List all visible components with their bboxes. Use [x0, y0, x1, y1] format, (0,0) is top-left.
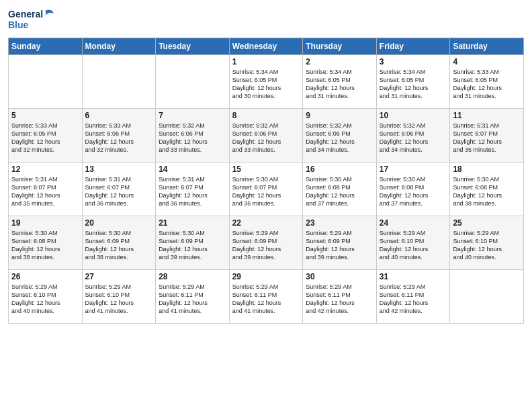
calendar-cell	[156, 55, 230, 109]
page: GeneralBlue SundayMondayTuesdayWednesday…	[0, 0, 532, 411]
calendar-cell: 23Sunrise: 5:29 AM Sunset: 6:09 PM Dayli…	[303, 216, 377, 270]
day-number: 2	[306, 57, 373, 66]
day-number: 23	[306, 218, 373, 228]
day-number: 18	[453, 165, 521, 174]
day-info: Sunrise: 5:30 AM Sunset: 6:08 PM Dayligh…	[306, 175, 373, 208]
day-number: 8	[232, 111, 300, 120]
calendar-cell: 15Sunrise: 5:30 AM Sunset: 6:07 PM Dayli…	[229, 163, 303, 216]
day-number: 4	[453, 57, 521, 66]
day-info: Sunrise: 5:29 AM Sunset: 6:10 PM Dayligh…	[380, 229, 447, 262]
calendar-cell: 16Sunrise: 5:30 AM Sunset: 6:08 PM Dayli…	[303, 163, 377, 216]
calendar-cell: 27Sunrise: 5:29 AM Sunset: 6:10 PM Dayli…	[82, 270, 156, 324]
calendar-cell	[450, 270, 524, 324]
day-info: Sunrise: 5:29 AM Sunset: 6:11 PM Dayligh…	[380, 283, 447, 316]
calendar-cell: 17Sunrise: 5:30 AM Sunset: 6:08 PM Dayli…	[376, 163, 450, 216]
day-number: 16	[306, 165, 373, 174]
day-info: Sunrise: 5:31 AM Sunset: 6:07 PM Dayligh…	[11, 175, 79, 208]
day-number: 1	[232, 57, 300, 66]
day-number: 13	[85, 165, 153, 174]
calendar-cell: 30Sunrise: 5:29 AM Sunset: 6:11 PM Dayli…	[303, 270, 377, 324]
calendar-cell: 5Sunrise: 5:33 AM Sunset: 6:05 PM Daylig…	[9, 109, 83, 163]
calendar-week-row: 26Sunrise: 5:29 AM Sunset: 6:10 PM Dayli…	[9, 270, 524, 324]
calendar-cell: 12Sunrise: 5:31 AM Sunset: 6:07 PM Dayli…	[9, 163, 83, 216]
svg-text:General: General	[8, 9, 43, 19]
day-of-week-header: Sunday	[9, 38, 83, 55]
calendar-cell: 21Sunrise: 5:30 AM Sunset: 6:09 PM Dayli…	[156, 216, 230, 270]
day-info: Sunrise: 5:32 AM Sunset: 6:06 PM Dayligh…	[159, 122, 226, 154]
calendar-cell: 18Sunrise: 5:30 AM Sunset: 6:08 PM Dayli…	[450, 163, 524, 216]
day-number: 28	[159, 272, 226, 281]
calendar-cell: 1Sunrise: 5:34 AM Sunset: 6:05 PM Daylig…	[229, 55, 303, 109]
day-info: Sunrise: 5:34 AM Sunset: 6:05 PM Dayligh…	[380, 68, 447, 101]
day-info: Sunrise: 5:30 AM Sunset: 6:09 PM Dayligh…	[159, 229, 226, 262]
day-info: Sunrise: 5:29 AM Sunset: 6:10 PM Dayligh…	[453, 229, 521, 262]
day-number: 30	[306, 272, 373, 281]
calendar-cell	[9, 55, 83, 109]
day-info: Sunrise: 5:30 AM Sunset: 6:08 PM Dayligh…	[453, 175, 521, 208]
day-number: 19	[11, 218, 79, 228]
day-info: Sunrise: 5:34 AM Sunset: 6:05 PM Dayligh…	[306, 68, 373, 101]
calendar-cell: 26Sunrise: 5:29 AM Sunset: 6:10 PM Dayli…	[9, 270, 83, 324]
day-info: Sunrise: 5:32 AM Sunset: 6:06 PM Dayligh…	[232, 122, 300, 154]
calendar-cell: 11Sunrise: 5:31 AM Sunset: 6:07 PM Dayli…	[450, 109, 524, 163]
day-info: Sunrise: 5:30 AM Sunset: 6:07 PM Dayligh…	[232, 175, 300, 208]
day-info: Sunrise: 5:31 AM Sunset: 6:07 PM Dayligh…	[85, 175, 153, 208]
day-number: 26	[11, 272, 79, 281]
day-info: Sunrise: 5:32 AM Sunset: 6:06 PM Dayligh…	[306, 122, 373, 154]
calendar-week-row: 19Sunrise: 5:30 AM Sunset: 6:08 PM Dayli…	[9, 216, 524, 270]
calendar-cell: 19Sunrise: 5:30 AM Sunset: 6:08 PM Dayli…	[9, 216, 83, 270]
day-info: Sunrise: 5:29 AM Sunset: 6:09 PM Dayligh…	[306, 229, 373, 262]
day-info: Sunrise: 5:30 AM Sunset: 6:08 PM Dayligh…	[380, 175, 447, 208]
calendar-cell: 3Sunrise: 5:34 AM Sunset: 6:05 PM Daylig…	[376, 55, 450, 109]
general-blue-logo: GeneralBlue	[8, 7, 55, 34]
day-number: 17	[380, 165, 447, 174]
day-number: 15	[232, 165, 300, 174]
day-number: 24	[380, 218, 447, 228]
day-of-week-header: Friday	[376, 38, 450, 55]
calendar-cell: 25Sunrise: 5:29 AM Sunset: 6:10 PM Dayli…	[450, 216, 524, 270]
calendar-cell: 4Sunrise: 5:33 AM Sunset: 6:05 PM Daylig…	[450, 55, 524, 109]
day-info: Sunrise: 5:31 AM Sunset: 6:07 PM Dayligh…	[159, 175, 226, 208]
day-number: 6	[85, 111, 153, 120]
calendar-cell: 14Sunrise: 5:31 AM Sunset: 6:07 PM Dayli…	[156, 163, 230, 216]
calendar-cell: 8Sunrise: 5:32 AM Sunset: 6:06 PM Daylig…	[229, 109, 303, 163]
calendar-cell: 13Sunrise: 5:31 AM Sunset: 6:07 PM Dayli…	[82, 163, 156, 216]
day-of-week-header: Tuesday	[156, 38, 230, 55]
calendar-header-row: SundayMondayTuesdayWednesdayThursdayFrid…	[9, 38, 524, 55]
day-info: Sunrise: 5:34 AM Sunset: 6:05 PM Dayligh…	[232, 68, 300, 101]
svg-text:Blue: Blue	[8, 19, 29, 30]
day-info: Sunrise: 5:30 AM Sunset: 6:09 PM Dayligh…	[85, 229, 153, 262]
day-number: 11	[453, 111, 521, 120]
calendar-cell	[82, 55, 156, 109]
day-of-week-header: Wednesday	[229, 38, 303, 55]
day-info: Sunrise: 5:30 AM Sunset: 6:08 PM Dayligh…	[11, 229, 79, 262]
day-number: 22	[232, 218, 300, 228]
calendar-week-row: 5Sunrise: 5:33 AM Sunset: 6:05 PM Daylig…	[9, 109, 524, 163]
day-of-week-header: Monday	[82, 38, 156, 55]
calendar-cell: 28Sunrise: 5:29 AM Sunset: 6:11 PM Dayli…	[156, 270, 230, 324]
day-number: 31	[380, 272, 447, 281]
day-number: 21	[159, 218, 226, 228]
calendar-cell: 2Sunrise: 5:34 AM Sunset: 6:05 PM Daylig…	[303, 55, 377, 109]
calendar-cell: 6Sunrise: 5:33 AM Sunset: 6:06 PM Daylig…	[82, 109, 156, 163]
calendar-cell: 9Sunrise: 5:32 AM Sunset: 6:06 PM Daylig…	[303, 109, 377, 163]
day-info: Sunrise: 5:33 AM Sunset: 6:05 PM Dayligh…	[453, 68, 521, 101]
calendar-cell: 22Sunrise: 5:29 AM Sunset: 6:09 PM Dayli…	[229, 216, 303, 270]
calendar-cell: 31Sunrise: 5:29 AM Sunset: 6:11 PM Dayli…	[376, 270, 450, 324]
calendar-week-row: 1Sunrise: 5:34 AM Sunset: 6:05 PM Daylig…	[9, 55, 524, 109]
day-of-week-header: Thursday	[303, 38, 377, 55]
day-info: Sunrise: 5:33 AM Sunset: 6:06 PM Dayligh…	[85, 122, 153, 154]
day-number: 9	[306, 111, 373, 120]
day-of-week-header: Saturday	[450, 38, 524, 55]
day-number: 5	[11, 111, 79, 120]
day-number: 20	[85, 218, 153, 228]
day-number: 25	[453, 218, 521, 228]
header: GeneralBlue	[8, 7, 524, 34]
day-number: 27	[85, 272, 153, 281]
day-number: 14	[159, 165, 226, 174]
calendar-cell: 7Sunrise: 5:32 AM Sunset: 6:06 PM Daylig…	[156, 109, 230, 163]
day-info: Sunrise: 5:29 AM Sunset: 6:09 PM Dayligh…	[232, 229, 300, 262]
day-number: 10	[380, 111, 447, 120]
calendar-cell: 29Sunrise: 5:29 AM Sunset: 6:11 PM Dayli…	[229, 270, 303, 324]
day-info: Sunrise: 5:29 AM Sunset: 6:10 PM Dayligh…	[11, 283, 79, 316]
